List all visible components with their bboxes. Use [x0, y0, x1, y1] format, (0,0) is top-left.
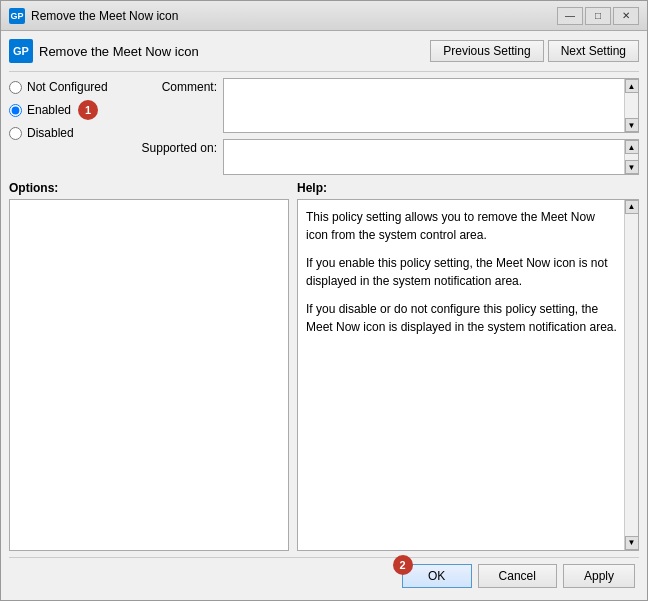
help-scroll-track [625, 214, 638, 536]
maximize-button[interactable]: □ [585, 7, 611, 25]
help-text-1: This policy setting allows you to remove… [306, 208, 618, 244]
supported-scrollbar[interactable]: ▲ ▼ [624, 140, 638, 174]
disabled-label: Disabled [27, 126, 74, 140]
not-configured-input[interactable] [9, 81, 22, 94]
ok-button[interactable]: 2 OK [402, 564, 472, 588]
close-button[interactable]: ✕ [613, 7, 639, 25]
fields-column: Comment: ▲ ▼ Supported on: ▲ [132, 78, 639, 175]
ok-badge: 2 [393, 555, 413, 575]
comment-box[interactable]: ▲ ▼ [223, 78, 639, 133]
help-column: Help: This policy setting allows you to … [297, 181, 639, 551]
help-text-3: If you disable or do not configure this … [306, 300, 618, 336]
comment-scroll-up[interactable]: ▲ [625, 79, 639, 93]
help-box: This policy setting allows you to remove… [297, 199, 639, 551]
main-window: GP Remove the Meet Now icon — □ ✕ GP Rem… [0, 0, 648, 601]
minimize-button[interactable]: — [557, 7, 583, 25]
content-area: GP Remove the Meet Now icon Previous Set… [1, 31, 647, 600]
help-text-2: If you enable this policy setting, the M… [306, 254, 618, 290]
cancel-button[interactable]: Cancel [478, 564, 557, 588]
header-row: GP Remove the Meet Now icon Previous Set… [9, 39, 639, 72]
enabled-input[interactable] [9, 104, 22, 117]
supported-row: Supported on: ▲ ▼ [132, 139, 639, 175]
help-scroll-down[interactable]: ▼ [625, 536, 639, 550]
enabled-label: Enabled [27, 103, 71, 117]
comment-label: Comment: [132, 78, 217, 94]
title-bar: GP Remove the Meet Now icon — □ ✕ [1, 1, 647, 31]
next-setting-button[interactable]: Next Setting [548, 40, 639, 62]
previous-setting-button[interactable]: Previous Setting [430, 40, 543, 62]
footer-row: 2 OK Cancel Apply [9, 557, 639, 592]
comment-row: Comment: ▲ ▼ [132, 78, 639, 133]
supported-label: Supported on: [132, 139, 217, 155]
form-section: Not Configured Enabled 1 Disabled Commen… [9, 78, 639, 175]
apply-button[interactable]: Apply [563, 564, 635, 588]
comment-scroll-track [625, 93, 638, 118]
header-buttons: Previous Setting Next Setting [430, 40, 639, 62]
options-box[interactable] [9, 199, 289, 551]
comment-scroll-down[interactable]: ▼ [625, 118, 639, 132]
radio-column: Not Configured Enabled 1 Disabled [9, 78, 124, 175]
title-bar-left: GP Remove the Meet Now icon [9, 8, 178, 24]
bottom-section: Options: Help: This policy setting allow… [9, 181, 639, 551]
enabled-radio[interactable]: Enabled 1 [9, 100, 124, 120]
options-column: Options: [9, 181, 289, 551]
help-scrollbar[interactable]: ▲ ▼ [624, 200, 638, 550]
window-icon: GP [9, 8, 25, 24]
window-title: Remove the Meet Now icon [31, 9, 178, 23]
header-left: GP Remove the Meet Now icon [9, 39, 199, 63]
options-label: Options: [9, 181, 289, 195]
comment-scrollbar[interactable]: ▲ ▼ [624, 79, 638, 132]
disabled-input[interactable] [9, 127, 22, 140]
header-icon: GP [9, 39, 33, 63]
disabled-radio[interactable]: Disabled [9, 126, 124, 140]
enabled-badge: 1 [78, 100, 98, 120]
help-scroll-up[interactable]: ▲ [625, 200, 639, 214]
title-bar-controls: — □ ✕ [557, 7, 639, 25]
not-configured-radio[interactable]: Not Configured [9, 80, 124, 94]
supported-scroll-up[interactable]: ▲ [625, 140, 639, 154]
supported-box[interactable]: ▲ ▼ [223, 139, 639, 175]
dialog-title: Remove the Meet Now icon [39, 44, 199, 59]
not-configured-label: Not Configured [27, 80, 108, 94]
help-label: Help: [297, 181, 639, 195]
supported-scroll-down[interactable]: ▼ [625, 160, 639, 174]
